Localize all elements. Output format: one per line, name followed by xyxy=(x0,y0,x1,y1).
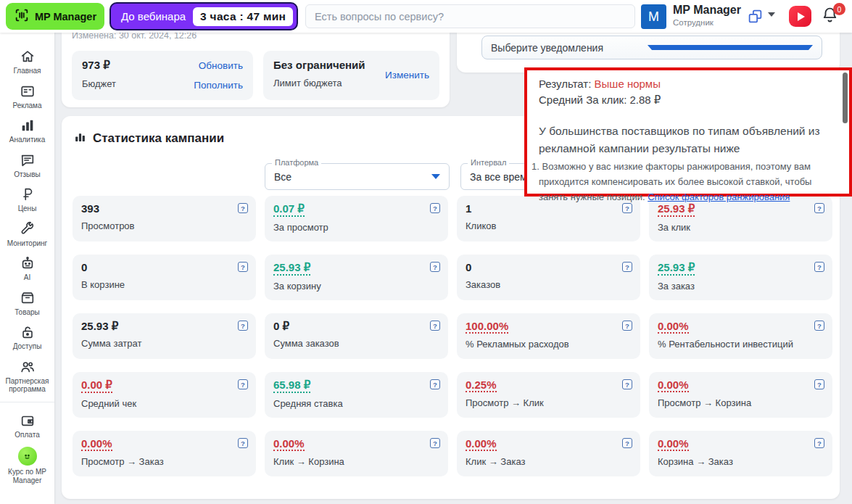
stat-value: 25.93 ₽ xyxy=(658,261,695,276)
sidebar-item-label: Товары xyxy=(13,308,41,317)
result-tooltip: Результат: Выше нормы Средний За клик: 2… xyxy=(524,67,852,197)
help-icon[interactable]: ? xyxy=(814,379,824,389)
sidebar-item-reviews[interactable]: Отзывы xyxy=(0,152,54,179)
help-icon[interactable]: ? xyxy=(430,321,440,331)
avatar-letter: M xyxy=(648,9,659,25)
app-logo[interactable]: MP Manager xyxy=(6,3,104,30)
notifications-select[interactable]: Выберите уведомления xyxy=(481,36,822,59)
stat-card: 393Просмотров? xyxy=(73,196,256,241)
stat-label: Просмотров xyxy=(81,220,247,231)
sidebar-item-label: Мониторинг xyxy=(6,239,49,248)
stat-value: 25.93 ₽ xyxy=(81,320,118,333)
sidebar-item-ai[interactable]: AI xyxy=(0,255,54,282)
stat-card: 0Заказов? xyxy=(457,255,640,300)
budget-update-link[interactable]: Обновить xyxy=(199,60,243,71)
partners-icon xyxy=(20,359,36,375)
stat-value: 0 ₽ xyxy=(273,320,289,333)
help-icon[interactable]: ? xyxy=(430,438,440,448)
help-icon[interactable]: ? xyxy=(622,321,632,331)
stat-label: За просмотр xyxy=(273,222,439,233)
barcode-scan-icon xyxy=(14,7,30,26)
stat-card: 0.00 ₽Средний чек? xyxy=(73,372,256,418)
stat-value: 0.00% xyxy=(658,437,689,451)
help-icon[interactable]: ? xyxy=(622,438,632,448)
tooltip-result-value: Выше нормы xyxy=(595,78,661,90)
stat-label: Клик → Корзина xyxy=(273,456,439,467)
profile-chevron-down-icon[interactable] xyxy=(768,12,775,17)
prices-icon xyxy=(20,186,36,202)
budget-card: 973 ₽ Бюджет Обновить Пополнить xyxy=(72,51,253,100)
stat-label: За корзину xyxy=(273,281,439,292)
notification-badge: 0 xyxy=(833,3,845,15)
stat-value: 25.93 ₽ xyxy=(273,261,310,276)
sidebar-item-monitoring[interactable]: Мониторинг xyxy=(0,221,54,248)
user-role: Сотрудник xyxy=(673,18,714,27)
help-icon[interactable]: ? xyxy=(814,321,824,331)
platform-filter-label: Платформа xyxy=(272,158,321,167)
help-icon[interactable]: ? xyxy=(238,379,248,389)
stat-label: Корзина → Заказ xyxy=(658,456,824,467)
sidebar-divider xyxy=(0,402,54,402)
sidebar: ГлавнаяРекламаАналитикаОтзывыЦеныМонитор… xyxy=(0,33,54,504)
stat-label: Заказов xyxy=(466,279,632,290)
sidebar-item-partners[interactable]: Партнерская программа xyxy=(0,359,54,394)
help-icon[interactable]: ? xyxy=(238,438,248,448)
sidebar-item-course[interactable]: Курс по MP Manager xyxy=(0,447,54,484)
limit-change-link[interactable]: Изменить xyxy=(385,70,429,80)
stat-value: 1 xyxy=(466,202,471,215)
products-icon xyxy=(20,290,36,306)
video-play-button[interactable] xyxy=(789,6,811,27)
help-icon[interactable]: ? xyxy=(238,262,248,272)
sidebar-item-access[interactable]: Доступы xyxy=(0,324,54,351)
stat-card: 25.93 ₽За заказ? xyxy=(649,255,832,300)
campaign-budget-panel: Изменена: 30 окт. 2024, 12:26 973 ₽ Бюдж… xyxy=(62,33,450,107)
sidebar-item-analytics[interactable]: Аналитика xyxy=(0,117,54,144)
platform-filter[interactable]: Платформа Все xyxy=(265,163,450,190)
tooltip-headline: У большинства поставщиков по типам объяв… xyxy=(539,123,843,157)
ads-icon xyxy=(20,83,36,99)
help-icon[interactable]: ? xyxy=(430,203,440,213)
help-icon[interactable]: ? xyxy=(238,321,248,331)
help-icon[interactable]: ? xyxy=(622,262,632,272)
stat-label: За заказ xyxy=(658,281,824,292)
help-icon[interactable]: ? xyxy=(238,203,248,213)
sidebar-item-label: Цены xyxy=(17,205,38,213)
tooltip-scrollbar[interactable] xyxy=(843,73,848,123)
tooltip-list-item: 1. Возможно у вас низкие факторы ранжиро… xyxy=(539,159,837,205)
help-icon[interactable]: ? xyxy=(622,379,632,389)
stat-card: 0.00%Просмотр → Заказ? xyxy=(73,431,256,476)
access-icon xyxy=(20,324,36,340)
copy-icon[interactable] xyxy=(748,9,763,27)
sidebar-item-payment[interactable]: Оплата xyxy=(0,413,54,439)
stat-value: 0.00% xyxy=(658,320,689,334)
stat-label: Средняя ставка xyxy=(273,398,439,409)
webinar-label: До вебинара xyxy=(121,10,186,22)
stat-card: 0 ₽Сумма заказов? xyxy=(265,313,448,359)
sidebar-item-ads[interactable]: Реклама xyxy=(0,83,54,110)
stat-card: 0.00%Клик → Заказ? xyxy=(457,431,640,476)
sidebar-item-prices[interactable]: Цены xyxy=(0,186,54,213)
webinar-time: 3 часа : 47 мин xyxy=(193,7,293,26)
search-input[interactable] xyxy=(305,4,635,28)
help-icon[interactable]: ? xyxy=(430,262,440,272)
help-icon[interactable]: ? xyxy=(814,262,824,272)
help-icon[interactable]: ? xyxy=(814,438,824,448)
ranking-factors-link[interactable]: Список факторов ранжирования xyxy=(648,191,790,202)
sidebar-item-products[interactable]: Товары xyxy=(0,290,54,317)
budget-topup-link[interactable]: Пополнить xyxy=(194,80,243,91)
ai-icon xyxy=(20,255,36,271)
notifications-bell[interactable]: 0 xyxy=(821,6,843,28)
top-header: MP Manager До вебинара 3 часа : 47 мин M… xyxy=(0,0,852,33)
stat-value: 100.00% xyxy=(466,320,508,334)
stat-value: 65.98 ₽ xyxy=(273,379,310,393)
help-icon[interactable]: ? xyxy=(430,379,440,389)
sidebar-item-label: Оплата xyxy=(13,431,41,439)
webinar-countdown-banner[interactable]: До вебинара 3 часа : 47 мин xyxy=(109,2,298,30)
avatar[interactable]: M xyxy=(641,4,666,29)
notifications-select-value: Выберите уведомления xyxy=(491,42,648,54)
campaign-modified-date: Изменена: 30 окт. 2024, 12:26 xyxy=(72,33,197,41)
stat-label: Просмотр → Заказ xyxy=(81,456,247,467)
sidebar-item-home[interactable]: Главная xyxy=(0,49,54,75)
stat-card: 0.00%Корзина → Заказ? xyxy=(649,431,832,476)
tooltip-avg-line: Средний За клик: 2.88 ₽ xyxy=(539,94,832,107)
